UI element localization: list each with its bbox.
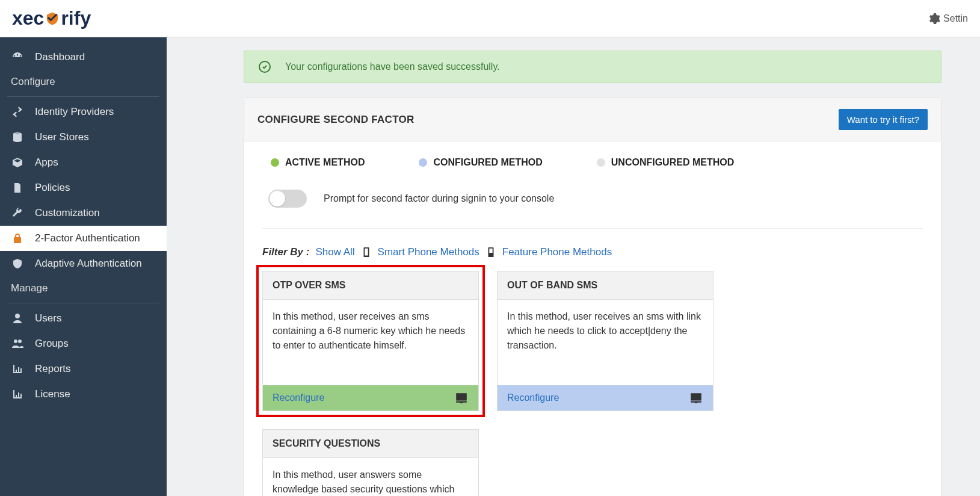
sidebar-item-adaptive[interactable]: Adaptive Authentication [0, 251, 167, 276]
sidebar-item-groups[interactable]: Groups [0, 331, 167, 356]
sidebar-section-manage: Manage [0, 276, 167, 299]
sidebar-item-label: Adaptive Authentication [35, 258, 142, 270]
reconfigure-link[interactable]: Reconfigure [507, 392, 559, 403]
card-description: In this method, user receives an sms wit… [498, 300, 713, 385]
sidebar-item-label: Policies [35, 182, 70, 194]
users-icon [11, 338, 24, 350]
logo-text-post: rify [61, 7, 91, 29]
legend: ACTIVE METHOD CONFIGURED METHOD UNCONFIG… [262, 157, 923, 168]
sidebar-item-label: Groups [35, 338, 69, 350]
prompt-label: Prompt for second factor during signin t… [324, 193, 554, 204]
sidebar-item-label: Identity Providers [35, 106, 114, 118]
wrench-icon [11, 207, 24, 219]
reconfigure-link[interactable]: Reconfigure [273, 392, 324, 403]
featurephone-icon [485, 246, 496, 259]
dot-grey-icon [597, 158, 605, 167]
card-title: OTP OVER SMS [263, 271, 478, 300]
main-content: Your configurations have been saved succ… [167, 37, 980, 496]
filter-feature-phone[interactable]: Feature Phone Methods [502, 246, 612, 258]
card-otp-over-sms: OTP OVER SMS In this method, user receiv… [262, 271, 479, 411]
sidebar-item-label: Customization [35, 207, 100, 219]
sidebar-item-label: Apps [35, 157, 58, 169]
user-icon [11, 312, 24, 324]
divider [7, 96, 159, 97]
sidebar-item-2fa[interactable]: 2-Factor Authentication [0, 226, 167, 251]
logo[interactable]: xec rify [12, 7, 91, 29]
smartphone-icon [361, 246, 372, 259]
sidebar-item-identity-providers[interactable]: Identity Providers [0, 99, 167, 125]
card-description: In this method, user answers some knowle… [263, 458, 478, 496]
sidebar-section-configure: Configure [0, 70, 167, 93]
configure-panel: CONFIGURE SECOND FACTOR Want to try it f… [244, 98, 941, 496]
sidebar-item-label: 2-Factor Authentication [35, 232, 140, 244]
sidebar-item-policies[interactable]: Policies [0, 175, 167, 200]
try-it-first-button[interactable]: Want to try it first? [839, 109, 928, 130]
card-footer: Reconfigure [498, 385, 713, 411]
settings-link[interactable]: Settin [929, 13, 968, 24]
chart-icon [11, 363, 24, 375]
prompt-toggle[interactable] [268, 190, 307, 208]
filter-label: Filter By : [262, 246, 309, 258]
legend-active: ACTIVE METHOD [271, 157, 365, 168]
dot-blue-icon [419, 158, 427, 167]
box-icon [11, 157, 24, 169]
check-circle-icon [259, 61, 271, 73]
sidebar-item-users[interactable]: Users [0, 306, 167, 331]
filter-row: Filter By : Show All Smart Phone Methods… [262, 246, 923, 259]
filter-smart-phone[interactable]: Smart Phone Methods [378, 246, 479, 258]
panel-title: CONFIGURE SECOND FACTOR [257, 114, 414, 126]
success-alert: Your configurations have been saved succ… [244, 51, 941, 83]
logo-text-pre: xec [12, 7, 44, 29]
sidebar-item-label: User Stores [35, 131, 89, 143]
legend-configured: CONFIGURED METHOD [419, 157, 542, 168]
dot-green-icon [271, 158, 279, 167]
prompt-row: Prompt for second factor during signin t… [262, 186, 923, 229]
card-out-of-band-sms: OUT OF BAND SMS In this method, user rec… [497, 271, 713, 411]
filter-show-all[interactable]: Show All [315, 246, 354, 258]
sidebar-item-label: Reports [35, 363, 71, 375]
chart-icon [11, 388, 24, 400]
logo-shield-icon [45, 11, 60, 26]
sidebar-item-label: License [35, 388, 70, 400]
sidebar-item-label: Users [35, 312, 61, 324]
lock-icon [11, 232, 24, 244]
alert-message: Your configurations have been saved succ… [285, 61, 500, 72]
sidebar-item-license[interactable]: License [0, 382, 167, 407]
sidebar-item-label: Dashboard [35, 51, 85, 63]
legend-unconfigured: UNCONFIGURED METHOD [597, 157, 734, 168]
divider [7, 303, 159, 303]
sidebar-item-apps[interactable]: Apps [0, 150, 167, 175]
card-description: In this method, user receives an sms con… [263, 300, 478, 385]
panel-header: CONFIGURE SECOND FACTOR Want to try it f… [244, 98, 941, 141]
sidebar: Dashboard Configure Identity Providers U… [0, 37, 167, 496]
sidebar-item-user-stores[interactable]: User Stores [0, 125, 167, 150]
dashboard-icon [11, 51, 24, 63]
sidebar-item-customization[interactable]: Customization [0, 200, 167, 226]
settings-label: Settin [943, 13, 968, 24]
monitor-icon [454, 391, 469, 405]
card-footer: Reconfigure [263, 385, 478, 411]
database-icon [11, 131, 24, 143]
shield-icon [11, 258, 24, 270]
topbar: xec rify Settin [0, 0, 980, 37]
monitor-icon [689, 391, 703, 405]
document-icon [11, 182, 24, 194]
swap-icon [11, 106, 24, 118]
gear-icon [929, 13, 940, 24]
card-security-questions: SECURITY QUESTIONS In this method, user … [262, 429, 479, 496]
sidebar-item-dashboard[interactable]: Dashboard [0, 45, 167, 70]
card-title: OUT OF BAND SMS [498, 271, 713, 300]
toggle-knob [270, 191, 285, 206]
card-title: SECURITY QUESTIONS [263, 430, 478, 458]
method-cards: OTP OVER SMS In this method, user receiv… [262, 271, 923, 496]
sidebar-item-reports[interactable]: Reports [0, 356, 167, 382]
